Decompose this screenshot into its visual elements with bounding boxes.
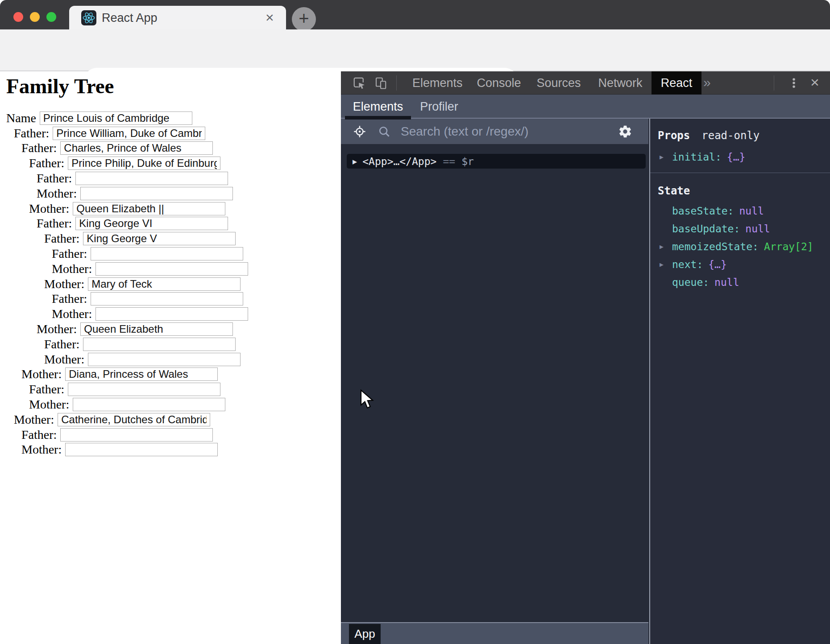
person-label: Mother: bbox=[44, 277, 84, 291]
expand-arrow-icon[interactable]: ▶ bbox=[660, 153, 672, 161]
person-input[interactable] bbox=[53, 127, 205, 140]
family-row: Father: bbox=[0, 292, 340, 307]
devtools-tab-elements[interactable]: Elements bbox=[412, 71, 459, 95]
family-row: Mother: bbox=[0, 261, 340, 277]
person-input[interactable] bbox=[65, 367, 218, 381]
window-close-button[interactable] bbox=[13, 12, 23, 22]
mouse-cursor-icon bbox=[360, 389, 376, 410]
tabs-overflow-icon[interactable]: » bbox=[703, 71, 711, 95]
devtools-tab-console[interactable]: Console bbox=[475, 71, 523, 95]
breadcrumb-app[interactable]: App bbox=[349, 624, 381, 644]
expand-arrow-icon[interactable]: ▶ bbox=[660, 243, 672, 251]
person-input[interactable] bbox=[91, 292, 243, 305]
devtools-menu-icon[interactable] bbox=[787, 76, 801, 90]
person-input[interactable] bbox=[40, 111, 192, 125]
kv-value: null bbox=[714, 277, 739, 288]
family-row: Mother: bbox=[0, 397, 340, 412]
person-label: Father: bbox=[52, 247, 87, 261]
topbar-divider-right bbox=[774, 75, 774, 91]
family-row: Father: bbox=[0, 337, 340, 352]
expand-arrow-icon[interactable]: ▶ bbox=[353, 157, 357, 166]
kv-key: baseUpdate: bbox=[672, 223, 740, 235]
panel-divider bbox=[650, 173, 830, 173]
devtools-topbar: Elements Console Sources Network React »… bbox=[341, 71, 830, 95]
person-input[interactable] bbox=[83, 338, 236, 351]
kv-row[interactable]: ▶ queue: null bbox=[650, 273, 830, 291]
devtools-close-icon[interactable]: × bbox=[810, 71, 819, 95]
family-row: Father: bbox=[0, 246, 340, 261]
kv-row[interactable]: ▶ next: {…} bbox=[650, 256, 830, 273]
person-input[interactable] bbox=[75, 217, 228, 230]
kv-row[interactable]: ▶ memoizedState: Array[2] bbox=[650, 238, 830, 256]
devtools-tab-react[interactable]: React bbox=[652, 71, 701, 95]
browser-toolbar: localhost:3000 U WJ bbox=[0, 29, 830, 71]
person-input[interactable] bbox=[58, 413, 210, 426]
window-zoom-button[interactable] bbox=[46, 12, 56, 22]
person-input[interactable] bbox=[60, 141, 213, 155]
kv-value: {…} bbox=[727, 151, 746, 163]
person-input[interactable] bbox=[65, 443, 218, 456]
person-input[interactable] bbox=[80, 322, 233, 336]
expand-arrow-icon[interactable]: ▶ bbox=[660, 260, 672, 268]
person-input[interactable] bbox=[95, 307, 248, 321]
props-readonly-badge: read-only bbox=[701, 129, 759, 142]
new-tab-button[interactable]: + bbox=[292, 7, 316, 31]
inspect-element-icon[interactable] bbox=[353, 76, 366, 90]
family-row: Mother: bbox=[0, 352, 340, 367]
person-input[interactable] bbox=[80, 187, 233, 200]
person-input[interactable] bbox=[60, 428, 213, 442]
tab-close-icon[interactable]: × bbox=[266, 9, 274, 25]
person-label: Mother: bbox=[52, 262, 92, 276]
family-row: Father: bbox=[0, 141, 340, 156]
person-input[interactable] bbox=[88, 277, 241, 291]
person-input[interactable] bbox=[91, 247, 243, 260]
select-element-crosshair-icon[interactable] bbox=[353, 124, 367, 139]
browser-tab[interactable]: React App × bbox=[69, 6, 286, 29]
family-row: Mother: bbox=[0, 277, 340, 292]
settings-gear-icon[interactable] bbox=[618, 124, 632, 139]
breadcrumb-bar: App bbox=[341, 622, 648, 644]
person-input[interactable] bbox=[68, 157, 220, 170]
family-row: Mother: bbox=[0, 412, 340, 427]
family-row: Father: bbox=[0, 382, 340, 397]
kv-value: null bbox=[745, 223, 770, 235]
devtools-tab-network[interactable]: Network bbox=[595, 71, 645, 95]
family-row: Mother: bbox=[0, 322, 340, 337]
react-subtab-elements[interactable]: Elements bbox=[345, 95, 411, 119]
device-toolbar-icon[interactable] bbox=[374, 76, 387, 90]
person-input[interactable] bbox=[75, 172, 228, 185]
react-subtab-profiler[interactable]: Profiler bbox=[413, 95, 465, 119]
person-input[interactable] bbox=[73, 202, 225, 215]
person-label: Mother: bbox=[21, 442, 62, 457]
person-input[interactable] bbox=[88, 353, 241, 366]
kv-key: initial: bbox=[672, 151, 722, 163]
devtools-tab-sources[interactable]: Sources bbox=[535, 71, 583, 95]
person-label: Mother: bbox=[37, 186, 77, 201]
person-label: Mother: bbox=[14, 413, 54, 427]
window-minimize-button[interactable] bbox=[30, 12, 40, 22]
kv-row[interactable]: ▶ initial: {…} bbox=[650, 148, 830, 166]
kv-row[interactable]: ▶ baseUpdate: null bbox=[650, 220, 830, 238]
person-label: Father: bbox=[21, 428, 57, 442]
person-label: Father: bbox=[14, 126, 49, 140]
search-input[interactable]: Search (text or /regex/) bbox=[401, 124, 528, 139]
person-input[interactable] bbox=[73, 398, 225, 411]
tree-row-app[interactable]: ▶ <App>…</App> == $r bbox=[347, 154, 646, 169]
person-label: Father: bbox=[44, 231, 79, 246]
kv-key: next: bbox=[672, 259, 703, 270]
kv-key: baseState: bbox=[672, 205, 734, 217]
devtools-panel: Elements Console Sources Network React »… bbox=[341, 71, 830, 644]
kv-key: memoizedState: bbox=[672, 241, 759, 252]
kv-value: Array[2] bbox=[764, 241, 813, 252]
person-input[interactable] bbox=[95, 262, 248, 276]
react-panel-tabs: Elements Profiler bbox=[341, 95, 830, 119]
search-icon bbox=[378, 125, 391, 138]
person-input[interactable] bbox=[83, 232, 236, 245]
family-form-rows: Name Father: Father: Father: Father: Mot… bbox=[0, 111, 340, 457]
kv-row[interactable]: ▶ baseState: null bbox=[650, 202, 830, 220]
react-search-bar: Search (text or /regex/) bbox=[341, 119, 648, 144]
person-label: Mother: bbox=[52, 307, 92, 321]
active-subtab-underline bbox=[345, 116, 411, 120]
person-label: Father: bbox=[37, 171, 72, 186]
person-input[interactable] bbox=[68, 383, 220, 396]
